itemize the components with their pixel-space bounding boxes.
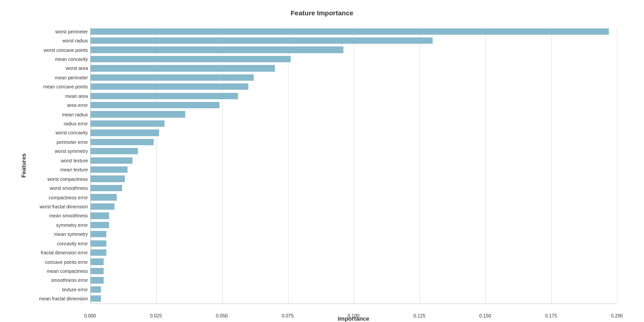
bar-row: mean texture bbox=[91, 166, 617, 174]
bar-row: worst concave points bbox=[91, 46, 617, 54]
bar bbox=[91, 139, 154, 145]
bar-label: mean smoothness bbox=[5, 213, 88, 218]
bar bbox=[91, 277, 104, 283]
bar-label: concavity error bbox=[5, 241, 88, 246]
bar-label: worst concavity bbox=[5, 130, 88, 135]
bar bbox=[91, 258, 104, 265]
bar bbox=[91, 212, 109, 219]
x-tick: 0.000 bbox=[84, 313, 96, 318]
bar-row: mean radius bbox=[91, 110, 617, 119]
bar-label: texture error bbox=[5, 287, 88, 292]
y-axis-label: Features bbox=[20, 153, 27, 178]
bar-label: worst radius bbox=[5, 38, 88, 43]
bar-row: mean area bbox=[91, 92, 617, 100]
bar-row: mean symmetry bbox=[91, 230, 617, 239]
bar bbox=[91, 286, 101, 293]
bar-label: fractal dimension error bbox=[5, 250, 88, 255]
bar-row: worst fractal dimension bbox=[91, 202, 617, 211]
x-axis-label: Importance bbox=[338, 315, 369, 322]
bar-row: worst symmetry bbox=[91, 147, 617, 156]
bar bbox=[91, 175, 125, 182]
bar-row: area error bbox=[91, 101, 617, 109]
bar-row: texture error bbox=[91, 285, 617, 294]
bar bbox=[91, 74, 254, 81]
bar-row: worst area bbox=[91, 64, 617, 73]
bar-row: compactness error bbox=[91, 193, 617, 202]
bar-label: symmetry error bbox=[5, 222, 88, 228]
bar-row: worst concavity bbox=[91, 129, 617, 137]
x-tick: 0.075 bbox=[282, 313, 293, 318]
bar-row: radius error bbox=[91, 119, 617, 128]
bar-label: mean texture bbox=[5, 167, 88, 172]
bar-row: symmetry error bbox=[91, 221, 617, 229]
bar-label: area error bbox=[5, 102, 88, 108]
bar-row: worst compactness bbox=[91, 175, 617, 183]
bar bbox=[91, 111, 185, 117]
bar bbox=[91, 249, 106, 256]
x-tick: 0.200 bbox=[611, 313, 623, 318]
bar-label: concave points error bbox=[5, 259, 88, 265]
bar-row: mean concave points bbox=[91, 83, 617, 91]
x-tick: 0.125 bbox=[413, 313, 425, 318]
bar-label: worst perimeter bbox=[5, 29, 88, 34]
bar-label: perimeter error bbox=[5, 139, 88, 145]
bar-row: mean compactness bbox=[91, 267, 617, 275]
bar bbox=[91, 120, 164, 127]
bar-row: mean concavity bbox=[91, 55, 617, 63]
bar bbox=[91, 129, 159, 136]
bar-row: mean fractal dimension bbox=[91, 294, 617, 303]
bar bbox=[91, 83, 248, 90]
bar bbox=[91, 157, 132, 164]
bar-row: worst radius bbox=[91, 36, 617, 45]
bar-row: perimeter error bbox=[91, 138, 617, 146]
bar bbox=[91, 185, 122, 191]
x-tick: 0.050 bbox=[216, 313, 228, 318]
bar-row: smoothness error bbox=[91, 276, 617, 285]
bar bbox=[91, 93, 238, 99]
bar bbox=[91, 56, 291, 62]
bar-label: smoothness error bbox=[5, 277, 88, 283]
bar-row: fractal dimension error bbox=[91, 248, 617, 257]
bar bbox=[91, 268, 104, 274]
bar bbox=[91, 28, 609, 35]
bars-area: worst perimeterworst radiusworst concave… bbox=[90, 27, 617, 304]
bar bbox=[91, 222, 109, 228]
bar-row: worst smoothness bbox=[91, 184, 617, 192]
bar-row: mean perimeter bbox=[91, 73, 617, 82]
bar bbox=[91, 295, 101, 302]
bar-label: worst area bbox=[5, 65, 88, 71]
bar bbox=[91, 148, 138, 154]
bar-label: mean concavity bbox=[5, 56, 88, 62]
bar bbox=[91, 203, 114, 210]
bar bbox=[91, 102, 219, 108]
bar-row: concave points error bbox=[91, 258, 617, 266]
bar bbox=[91, 194, 117, 200]
bar-row: worst texture bbox=[91, 156, 617, 165]
bar-label: worst fractal dimension bbox=[5, 204, 88, 209]
bar-row: mean smoothness bbox=[91, 212, 617, 220]
bar-label: worst compactness bbox=[5, 176, 88, 182]
bar-label: worst symmetry bbox=[5, 148, 88, 154]
bar bbox=[91, 231, 106, 237]
bar-label: worst smoothness bbox=[5, 185, 88, 191]
bar-row: concavity error bbox=[91, 239, 617, 248]
bar-label: mean area bbox=[5, 93, 88, 99]
chart-title: Feature Importance bbox=[0, 9, 644, 17]
bar bbox=[91, 166, 128, 173]
bar bbox=[91, 65, 275, 71]
bar-label: mean fractal dimension bbox=[5, 296, 88, 301]
bar-label: mean symmetry bbox=[5, 231, 88, 237]
x-tick: 0.175 bbox=[545, 313, 557, 318]
bar-label: mean concave points bbox=[5, 84, 88, 89]
bar-label: worst concave points bbox=[5, 47, 88, 53]
bar bbox=[91, 37, 433, 44]
bar bbox=[91, 46, 343, 53]
bar-row: worst perimeter bbox=[91, 27, 617, 36]
bar-label: compactness error bbox=[5, 195, 88, 200]
x-tick: 0.025 bbox=[150, 313, 162, 318]
bar-label: mean radius bbox=[5, 112, 88, 117]
bar-label: mean perimeter bbox=[5, 75, 88, 80]
bar-label: worst texture bbox=[5, 158, 88, 163]
chart-container: Feature Importance Features worst perime… bbox=[0, 0, 644, 322]
bar-label: radius error bbox=[5, 121, 88, 126]
